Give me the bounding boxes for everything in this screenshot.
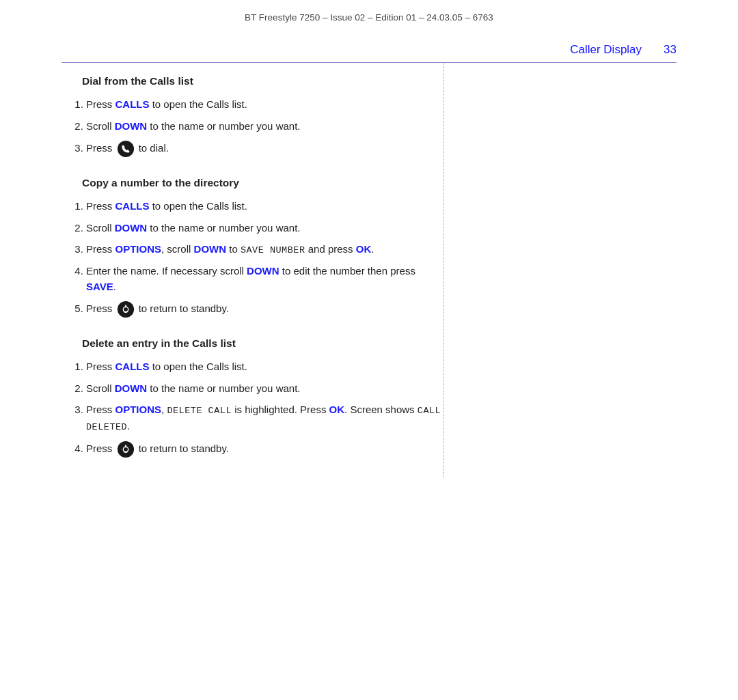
content-area: Dial from the Calls list Press CALLS to … [0,63,738,477]
document-info: BT Freestyle 7250 – Issue 02 – Edition 0… [245,12,493,23]
section-1-steps: Press CALLS to open the Calls list. Scro… [72,97,443,158]
list-item: Press OPTIONS, scroll DOWN to SAVE NUMBE… [86,242,443,257]
list-item: Enter the name. If necessary scroll DOWN… [86,264,443,294]
page-header-row: Caller Display 33 [0,31,738,62]
keyword-ok: OK [356,243,372,255]
section-2-steps: Press CALLS to open the Calls list. Scro… [72,199,443,318]
keyword-calls: CALLS [115,200,150,212]
standby-icon [117,300,135,318]
section-1-title: Dial from the Calls list [82,75,443,87]
section-3-steps: Press CALLS to open the Calls list. Scro… [72,359,443,458]
list-item: Scroll DOWN to the name or number you wa… [86,381,443,397]
standby-icon-2 [117,440,135,458]
keyword-down: DOWN [115,120,148,132]
section-title: Caller Display [570,43,642,57]
keyword-ok: OK [329,404,345,415]
page-number: 33 [664,43,676,57]
screen-text-save-number: SAVE NUMBER [241,245,305,255]
right-column [444,63,676,477]
list-item: Press CALLS to open the Calls list. [86,199,443,214]
section-2-title: Copy a number to the directory [82,177,443,189]
dial-icon [117,140,135,158]
keyword-options: OPTIONS [115,243,162,255]
list-item: Scroll DOWN to the name or number you wa… [86,119,443,135]
keyword-down: DOWN [194,243,227,255]
keyword-calls: CALLS [115,98,150,110]
main-column: Dial from the Calls list Press CALLS to … [62,63,444,477]
keyword-calls: CALLS [115,361,150,372]
section-copy-number-directory: Copy a number to the directory Press CAL… [62,177,443,318]
list-item: Press to return to standby. [86,300,443,318]
screen-text-delete-call: DELETE CALL [167,406,232,416]
svg-point-4 [117,441,133,458]
page-container: BT Freestyle 7250 – Issue 02 – Edition 0… [0,0,738,700]
list-item: Press to return to standby. [86,440,443,458]
keyword-down: DOWN [247,265,279,277]
list-item: Press CALLS to open the Calls list. [86,359,443,375]
list-item: Scroll DOWN to the name or number you wa… [86,221,443,236]
svg-point-1 [117,301,133,318]
document-header: BT Freestyle 7250 – Issue 02 – Edition 0… [0,0,738,31]
keyword-down: DOWN [115,382,148,394]
list-item: Press to dial. [86,140,443,158]
list-item: Press OPTIONS, DELETE CALL is highlighte… [86,402,443,434]
section-dial-from-calls-list: Dial from the Calls list Press CALLS to … [62,75,443,158]
keyword-options: OPTIONS [115,404,162,415]
section-delete-entry-calls-list: Delete an entry in the Calls list Press … [62,337,443,458]
keyword-save: SAVE [86,281,113,292]
list-item: Press CALLS to open the Calls list. [86,97,443,113]
section-3-title: Delete an entry in the Calls list [82,337,443,350]
svg-point-0 [117,141,133,157]
keyword-down: DOWN [115,222,148,234]
